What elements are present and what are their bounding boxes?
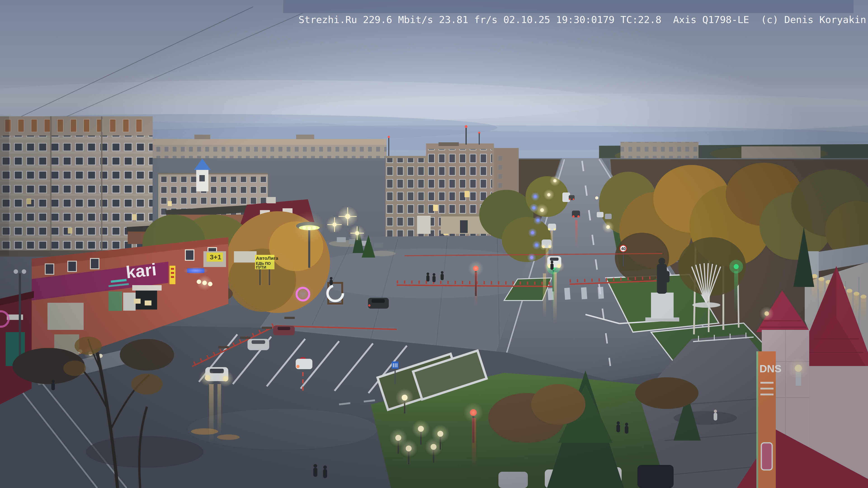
stream-osd-bar: Strezhi.Ru 229.6 Mbit/s 23.81 fr/s 02.10… [283,0,854,13]
osd-text: Strezhi.Ru 229.6 Mbit/s 23.81 fr/s 02.10… [299,14,866,25]
vignette [0,0,868,488]
webcam-frame: DNS kari 3+1 АвтоЛига [0,0,868,488]
city-webcam-photo: DNS kari 3+1 АвтоЛига [0,0,868,488]
